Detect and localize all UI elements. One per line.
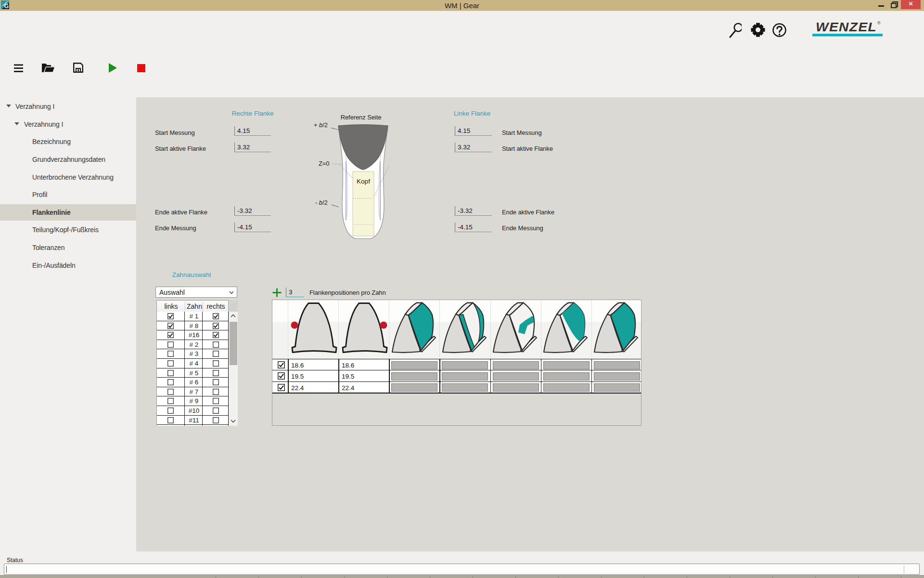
svg-text:G: G: [4, 3, 9, 10]
svg-text:Kopf: Kopf: [357, 178, 370, 185]
svg-text:WENZEL: WENZEL: [816, 20, 877, 34]
svg-text:®: ®: [877, 21, 881, 26]
